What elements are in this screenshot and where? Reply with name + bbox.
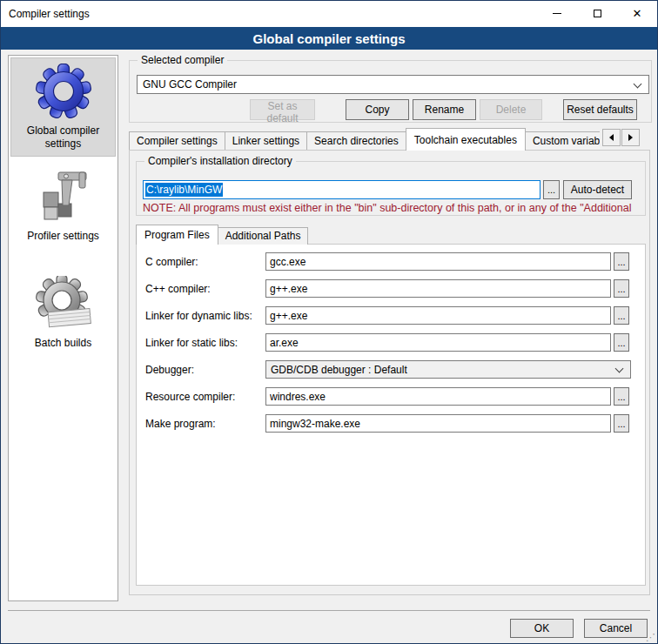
minimize-icon bbox=[553, 13, 561, 14]
sidebar-item-label: Batch builds bbox=[35, 337, 91, 350]
debugger-select-value: GDB/CDB debugger : Default bbox=[271, 364, 407, 376]
group-legend: Compiler's installation directory bbox=[144, 155, 296, 167]
browse-button[interactable]: ... bbox=[614, 306, 629, 325]
rename-button[interactable]: Rename bbox=[413, 99, 476, 120]
installation-directory-group: Compiler's installation directory C:\ray… bbox=[136, 161, 646, 216]
cpp-compiler-input[interactable] bbox=[265, 279, 611, 298]
field-row-cpp-compiler: C++ compiler: ... bbox=[145, 279, 629, 298]
minimize-button[interactable] bbox=[537, 1, 577, 26]
window-title: Compiler settings bbox=[9, 8, 90, 20]
resize-grip[interactable]: ⋰ bbox=[646, 632, 655, 643]
static-linker-input[interactable] bbox=[265, 333, 611, 352]
debugger-select[interactable]: GDB/CDB debugger : Default bbox=[265, 360, 631, 379]
browse-button[interactable]: ... bbox=[614, 333, 629, 352]
dynamic-linker-input[interactable] bbox=[265, 306, 611, 325]
browse-button[interactable]: ... bbox=[614, 387, 629, 406]
chevron-down-icon bbox=[615, 365, 624, 373]
compiler-select[interactable]: GNU GCC Compiler bbox=[137, 75, 649, 94]
dialog-header: Global compiler settings bbox=[1, 27, 657, 50]
program-files-page: C compiler: ... C++ compiler: ... Linker… bbox=[136, 244, 646, 586]
browse-button[interactable]: ... bbox=[614, 252, 629, 271]
executables-subtab-strip: Program Files Additional Paths bbox=[136, 225, 307, 245]
sidebar-item-batch-builds[interactable]: Batch builds bbox=[10, 271, 116, 355]
field-row-dynamic-linker: Linker for dynamic libs: ... bbox=[145, 306, 629, 325]
field-label: Linker for static libs: bbox=[145, 337, 265, 349]
maximize-button[interactable] bbox=[577, 1, 617, 26]
chevron-down-icon bbox=[634, 80, 642, 89]
title-bar: Compiler settings ✕ bbox=[1, 1, 657, 27]
selected-compiler-group: Selected compiler GNU GCC Compiler Set a… bbox=[129, 60, 652, 123]
tab-scroll-right-button[interactable] bbox=[621, 129, 640, 146]
tab-compiler-settings[interactable]: Compiler settings bbox=[129, 131, 225, 151]
resource-compiler-input[interactable] bbox=[265, 387, 611, 406]
blue-gear-icon bbox=[36, 64, 91, 119]
tab-scroll-left-button[interactable] bbox=[602, 129, 621, 146]
field-row-debugger: Debugger: GDB/CDB debugger : Default bbox=[145, 360, 629, 379]
field-label: Make program: bbox=[145, 418, 265, 430]
auto-detect-button[interactable]: Auto-detect bbox=[563, 180, 632, 199]
sidebar-item-label: Profiler settings bbox=[27, 230, 99, 243]
installation-directory-input[interactable]: C:\raylib\MinGW bbox=[143, 180, 540, 199]
tab-custom-variables[interactable]: Custom variables bbox=[525, 131, 600, 151]
subtab-program-files[interactable]: Program Files bbox=[136, 225, 218, 245]
subtab-additional-paths[interactable]: Additional Paths bbox=[218, 227, 309, 245]
field-label: C compiler: bbox=[145, 256, 265, 268]
field-label: Debugger: bbox=[145, 364, 265, 376]
bin-subdirectory-note: NOTE: All programs must exist either in … bbox=[143, 202, 643, 214]
caliper-blocks-icon bbox=[36, 169, 91, 225]
page-title: Global compiler settings bbox=[252, 31, 405, 46]
compiler-select-value: GNU GCC Compiler bbox=[143, 78, 237, 91]
right-arrow-icon bbox=[628, 134, 633, 141]
settings-tab-strip: Compiler settings Linker settings Search… bbox=[129, 128, 600, 151]
field-row-make-program: Make program: ... bbox=[145, 414, 629, 433]
sidebar-item-profiler-settings[interactable]: Profiler settings bbox=[10, 164, 116, 248]
c-compiler-input[interactable] bbox=[265, 252, 611, 271]
browse-directory-button[interactable]: ... bbox=[543, 180, 560, 199]
field-row-c-compiler: C compiler: ... bbox=[145, 252, 629, 271]
field-row-resource-compiler: Resource compiler: ... bbox=[145, 387, 629, 406]
tab-search-directories[interactable]: Search directories bbox=[306, 131, 406, 151]
field-label: Resource compiler: bbox=[145, 391, 265, 403]
sidebar-item-label: Global compiler settings bbox=[13, 124, 113, 151]
field-row-static-linker: Linker for static libs: ... bbox=[145, 333, 629, 352]
tab-toolchain-executables[interactable]: Toolchain executables bbox=[406, 128, 526, 151]
browse-button[interactable]: ... bbox=[614, 279, 629, 298]
browse-button[interactable]: ... bbox=[614, 414, 629, 433]
tab-linker-settings[interactable]: Linker settings bbox=[225, 131, 307, 151]
copy-button[interactable]: Copy bbox=[346, 99, 409, 120]
selected-path-text: C:\raylib\MinGW bbox=[145, 183, 223, 197]
cancel-button[interactable]: Cancel bbox=[584, 619, 648, 638]
gray-gear-papers-icon bbox=[36, 276, 91, 332]
close-button[interactable]: ✕ bbox=[617, 1, 657, 26]
reset-defaults-button[interactable]: Reset defaults bbox=[563, 99, 637, 120]
footer-divider bbox=[8, 610, 650, 611]
delete-button[interactable]: Delete bbox=[480, 99, 542, 120]
close-icon: ✕ bbox=[633, 8, 642, 19]
make-program-input[interactable] bbox=[265, 414, 611, 433]
settings-category-list: Global compiler settings Profiler settin… bbox=[8, 55, 118, 601]
set-as-default-button[interactable]: Set as default bbox=[250, 99, 315, 120]
field-label: Linker for dynamic libs: bbox=[145, 310, 265, 322]
sidebar-item-global-compiler-settings[interactable]: Global compiler settings bbox=[10, 57, 116, 157]
field-label: C++ compiler: bbox=[145, 283, 265, 295]
group-legend: Selected compiler bbox=[138, 54, 227, 66]
left-arrow-icon bbox=[609, 134, 614, 141]
compiler-settings-dialog: Compiler settings ✕ Global compiler sett… bbox=[0, 0, 658, 644]
maximize-icon bbox=[594, 10, 601, 17]
ok-button[interactable]: OK bbox=[510, 619, 574, 638]
